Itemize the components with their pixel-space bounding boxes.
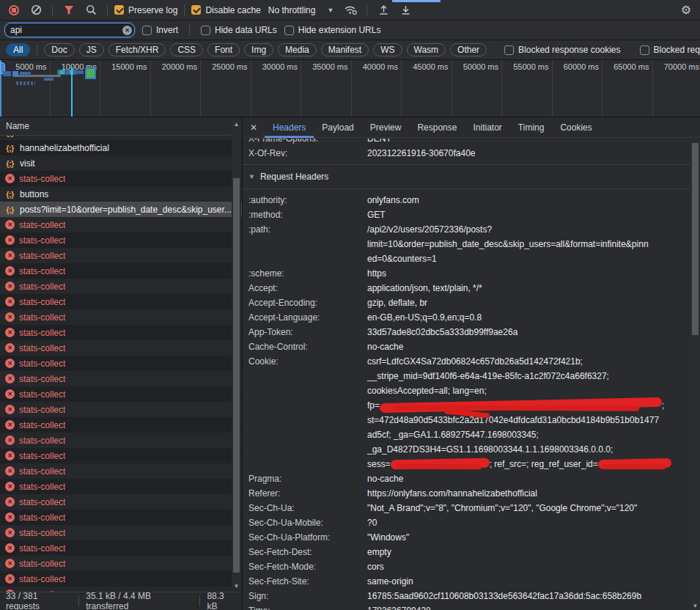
- error-icon: ✕: [5, 312, 15, 322]
- header-row: Sec-Ch-Ua:"Not_A Brand";v="8", "Chromium…: [248, 501, 690, 515]
- invert-checkbox[interactable]: Invert: [142, 25, 178, 35]
- header-value: DENY: [367, 139, 690, 146]
- record-button[interactable]: [4, 1, 23, 19]
- header-value-line: __stripe_mid=9df140f6-e64a-419e-85fc-a1c…: [367, 369, 690, 383]
- preserve-log-checkbox[interactable]: Preserve log: [114, 5, 177, 15]
- hide-data-urls-checkbox[interactable]: Hide data URLs: [201, 25, 277, 35]
- scrollbar-thumb[interactable]: [692, 143, 699, 335]
- request-row[interactable]: ✕stats-collect: [0, 263, 242, 279]
- type-filter-other[interactable]: Other: [450, 43, 487, 56]
- request-row[interactable]: {;}visit: [0, 155, 242, 171]
- request-row[interactable]: ✕stats-collect: [0, 525, 242, 540]
- type-filter-all[interactable]: All: [6, 43, 30, 56]
- filter-button[interactable]: [59, 1, 78, 19]
- request-row[interactable]: ✕stats-collect: [0, 402, 242, 417]
- request-row[interactable]: ✕stats-collect: [0, 294, 242, 309]
- network-conditions-button[interactable]: [341, 1, 360, 19]
- request-row[interactable]: ✕stats-collect: [0, 479, 242, 494]
- throttling-select[interactable]: No throttling ▼: [264, 5, 339, 15]
- clear-button[interactable]: [26, 1, 45, 19]
- filter-input[interactable]: [4, 23, 135, 37]
- request-row[interactable]: {;}hannahelizabethofficial: [0, 140, 242, 155]
- header-value-line: no-cache: [367, 339, 690, 354]
- search-button[interactable]: [81, 1, 100, 19]
- request-row[interactable]: ✕stats-collect: [0, 556, 242, 571]
- request-row[interactable]: ✕stats-collect: [0, 448, 242, 463]
- request-row[interactable]: {;}buttons: [0, 186, 242, 202]
- type-filter-fetch-xhr[interactable]: Fetch/XHR: [108, 43, 166, 56]
- hide-extension-urls-label: Hide extension URLs: [298, 25, 381, 35]
- type-filter-js[interactable]: JS: [79, 43, 104, 56]
- close-details-button[interactable]: ✕: [243, 122, 265, 133]
- tab-preview[interactable]: Preview: [362, 117, 410, 138]
- request-name: stats-collect: [19, 466, 65, 477]
- request-row[interactable]: ✕stats-collect: [0, 386, 242, 402]
- import-har-button[interactable]: [374, 1, 393, 19]
- blocked-requests-checkbox[interactable]: Blocked requests: [640, 45, 700, 55]
- scrollbar-thumb[interactable]: [233, 178, 240, 573]
- header-row: Sec-Fetch-Site:same-origin: [248, 574, 690, 589]
- disable-cache-checkbox[interactable]: Disable cache: [191, 5, 260, 15]
- download-icon: [400, 4, 411, 15]
- request-row[interactable]: ✕stats-collect: [0, 571, 242, 587]
- header-value-line: GET: [367, 207, 690, 222]
- tab-cookies[interactable]: Cookies: [552, 117, 600, 138]
- type-filter-manifest[interactable]: Manifest: [321, 43, 369, 56]
- scroll-up-icon[interactable]: ▲: [232, 120, 241, 128]
- top-loading-strip: [392, 0, 441, 2]
- type-filter-media[interactable]: Media: [278, 43, 317, 56]
- export-har-button[interactable]: [396, 1, 415, 19]
- name-column-header[interactable]: Name: [0, 117, 242, 136]
- request-row[interactable]: ✕stats-collect: [0, 248, 242, 263]
- request-row[interactable]: ✕stats-collect: [0, 463, 242, 479]
- json-icon: {;}: [4, 136, 15, 137]
- scroll-down-icon[interactable]: ▼: [232, 581, 241, 590]
- throttling-value: No throttling: [268, 5, 316, 15]
- header-name: Sec-Ch-Ua-Mobile:: [248, 515, 367, 530]
- type-filter-wasm[interactable]: Wasm: [407, 43, 446, 56]
- request-row[interactable]: ✕stats-collect: [0, 171, 242, 186]
- details-scrollbar[interactable]: ▼: [690, 139, 700, 610]
- type-filter-doc[interactable]: Doc: [44, 43, 74, 56]
- checkbox-icon: [284, 26, 294, 35]
- request-row[interactable]: ✕stats-collect: [0, 325, 242, 340]
- request-headers-section-header[interactable]: ▼ Request Headers: [248, 169, 690, 185]
- requests-scrollbar[interactable]: ▲ ▼: [232, 120, 241, 590]
- settings-button[interactable]: ⚙: [677, 1, 696, 19]
- tab-headers[interactable]: Headers: [265, 117, 314, 138]
- blocked-response-cookies-checkbox[interactable]: Blocked response cookies: [504, 45, 620, 55]
- request-row[interactable]: ✕stats-collect: [0, 279, 242, 294]
- hide-data-urls-label: Hide data URLs: [215, 25, 277, 35]
- tab-initiator[interactable]: Initiator: [465, 117, 509, 138]
- request-row[interactable]: ✕stats-collect: [0, 356, 242, 371]
- tab-timing[interactable]: Timing: [510, 117, 553, 138]
- type-filter-ws[interactable]: WS: [373, 43, 402, 56]
- error-icon: ✕: [5, 420, 15, 430]
- tab-response[interactable]: Response: [409, 117, 465, 138]
- request-row[interactable]: ✕stats-collect: [0, 510, 242, 525]
- request-row[interactable]: ✕stats-collect: [0, 217, 242, 232]
- request-row[interactable]: ✕stats-collect: [0, 340, 242, 356]
- request-row[interactable]: ✕stats-collect: [0, 540, 242, 556]
- clear-filter-icon[interactable]: ✕: [122, 26, 132, 35]
- preserve-log-label: Preserve log: [128, 5, 177, 15]
- request-row[interactable]: ✕stats-collect: [0, 494, 242, 510]
- divider: [189, 24, 190, 36]
- header-row: X-Of-Rev: 202312261916-30670fa40e: [248, 146, 690, 161]
- request-row[interactable]: {;}posts?limit=10&order=publish_date_des…: [0, 202, 242, 217]
- request-row[interactable]: ✕stats-collect: [0, 232, 242, 248]
- network-overview-timeline[interactable]: 5000 ms10000 ms15000 ms20000 ms25000 ms3…: [0, 60, 700, 117]
- type-filter-img[interactable]: Img: [244, 43, 273, 56]
- request-row[interactable]: ✕stats-collect: [0, 309, 242, 325]
- type-filter-font[interactable]: Font: [207, 43, 240, 56]
- tab-payload[interactable]: Payload: [314, 117, 361, 138]
- header-value-line: cors: [367, 559, 690, 574]
- request-row[interactable]: ✕stats-collect: [0, 433, 242, 448]
- request-row[interactable]: ✕stats-collect: [0, 417, 242, 433]
- type-filter-css[interactable]: CSS: [170, 43, 203, 56]
- hide-extension-urls-checkbox[interactable]: Hide extension URLs: [284, 25, 381, 35]
- request-row[interactable]: ✕stats-collect: [0, 371, 242, 386]
- disclosure-triangle-icon: ▼: [248, 173, 255, 180]
- devtools-network-panel: Preserve log Disable cache No throttling…: [0, 0, 700, 610]
- scroll-down-icon[interactable]: ▼: [690, 601, 700, 610]
